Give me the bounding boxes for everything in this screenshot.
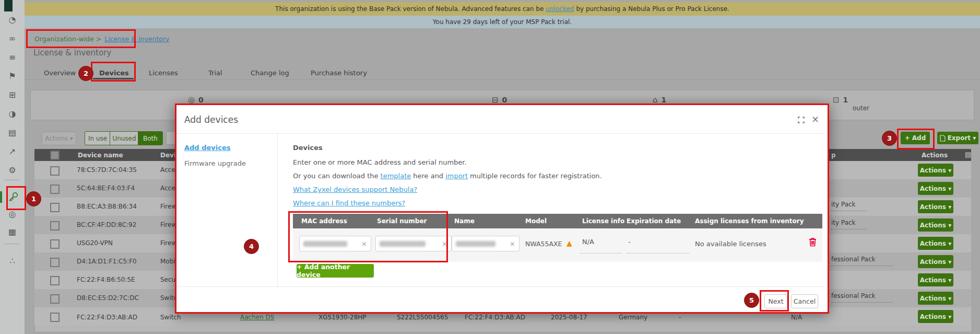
- row-actions-button[interactable]: Actions ▾: [918, 218, 953, 232]
- row-actions-button[interactable]: Actions ▾: [918, 182, 953, 195]
- export-button[interactable]: Export ▾: [937, 132, 978, 144]
- warning-icon: ▲: [566, 239, 572, 247]
- site-settings-icon[interactable]: ⚙: [0, 165, 25, 175]
- device-type-fragment: Firew: [160, 221, 176, 228]
- row-actions-button[interactable]: Actions ▾: [918, 310, 953, 323]
- map-floorplan-icon[interactable]: ⚑: [0, 71, 25, 81]
- expand-icon[interactable]: [798, 116, 805, 125]
- find-numbers-link[interactable]: Where can I find these numbers?: [293, 199, 405, 207]
- analytics-icon[interactable]: ↗: [0, 146, 25, 156]
- tabs-divider: [25, 79, 980, 80]
- device-name: 78:C5:7D:7C:04:35: [77, 166, 137, 174]
- search-input[interactable]: [166, 131, 175, 145]
- stat-value: 1: [662, 96, 667, 104]
- row-checkbox[interactable]: [50, 313, 60, 322]
- annotation-box-next-button: [760, 290, 789, 312]
- table-footer: [34, 326, 972, 332]
- dotted-underline: [831, 228, 867, 229]
- col-device-type-fragment[interactable]: Devi: [160, 152, 176, 159]
- assign-licenses-value: No available licenses: [695, 240, 766, 248]
- device-name: FC:22:F4:B6:50:5E: [77, 276, 135, 283]
- row-checkbox[interactable]: [50, 294, 60, 304]
- dotted-underline: [831, 265, 893, 266]
- device-type-fragment: Acce: [160, 166, 175, 174]
- site-link[interactable]: Aachen DS: [240, 314, 274, 321]
- modal-footer-divider: [176, 286, 824, 287]
- dotted-underline: [831, 302, 893, 303]
- row-actions-button[interactable]: Actions ▾: [918, 237, 953, 250]
- text: multiple records for faster registration…: [470, 172, 602, 180]
- msp-icon[interactable]: ∴: [0, 256, 25, 266]
- row-checkbox[interactable]: [50, 239, 60, 249]
- filter-unused[interactable]: Unused: [110, 131, 139, 145]
- col-device-name[interactable]: Device name: [78, 152, 123, 159]
- col-model: Model: [525, 217, 547, 225]
- row-actions-button[interactable]: Actions ▾: [918, 255, 953, 268]
- tab-trial[interactable]: Trial: [208, 69, 222, 77]
- devices-icon[interactable]: ≡: [0, 52, 25, 62]
- dotted-underline: [580, 252, 622, 254]
- add-another-device-button[interactable]: + Add another device: [297, 264, 374, 278]
- clients-icon[interactable]: ⊞: [0, 90, 25, 100]
- dotted-underline: [831, 210, 867, 211]
- supported-devices-link[interactable]: What Zyxel devices support Nebula?: [293, 186, 417, 193]
- help-icon[interactable]: ◎: [0, 209, 25, 219]
- nebula-screen: ◔ ∞ ≡ ⚑ ⊞ ◑ ▤ ↗ ⚙ ◎ ▦ ∴ This organizatio…: [0, 0, 980, 334]
- license-fragment: fessional Pack: [831, 292, 876, 300]
- trial-banner-text: You have 29 days left of your MSP Pack t…: [433, 18, 572, 26]
- filter-in-use[interactable]: In use: [85, 131, 111, 145]
- name-input[interactable]: ×: [452, 236, 519, 251]
- router-icon: ⊡: [833, 95, 840, 105]
- modal-instruction-1: Enter one or more MAC address and serial…: [293, 158, 467, 166]
- row-actions-button[interactable]: Actions ▾: [918, 273, 953, 286]
- topology-icon[interactable]: ∞: [0, 33, 25, 43]
- export-button-label: Export ▾: [948, 134, 976, 142]
- row-checkbox[interactable]: [50, 166, 60, 176]
- stat-value: 0: [198, 96, 204, 104]
- dashboard-icon[interactable]: ◔: [0, 15, 25, 25]
- row-checkbox[interactable]: [50, 258, 60, 267]
- tab-licenses[interactable]: Licenses: [149, 69, 178, 77]
- cancel-button[interactable]: Cancel: [791, 294, 818, 308]
- col-fragment: p: [831, 152, 836, 159]
- row-actions-button[interactable]: Actions ▾: [918, 164, 953, 177]
- tab-overview[interactable]: Overview: [44, 69, 76, 77]
- annotation-box-license-icon: [6, 186, 26, 210]
- row-checkbox[interactable]: [50, 221, 60, 231]
- import-link[interactable]: import: [445, 172, 468, 180]
- report-icon[interactable]: ▤: [0, 128, 25, 137]
- modal-nav-add-devices[interactable]: Add devices: [184, 144, 231, 152]
- organization-icon[interactable]: ▦: [0, 227, 25, 237]
- annotation-box-mac-serial: [288, 211, 448, 262]
- redacted-name-value: [456, 241, 495, 247]
- license-fragment: fessional Pack: [831, 256, 876, 263]
- template-link[interactable]: template: [381, 172, 411, 180]
- stat-value: 1: [843, 96, 848, 104]
- row-actions-button[interactable]: Actions ▾: [918, 200, 953, 213]
- delete-row-icon[interactable]: [808, 237, 817, 249]
- sidebar-divider: [5, 244, 19, 244]
- nebula-logo[interactable]: [4, 0, 13, 11]
- unlocked-link[interactable]: unlocked: [546, 5, 574, 13]
- close-icon[interactable]: ×: [811, 113, 819, 124]
- column-settings-icon[interactable]: ▤: [965, 151, 971, 158]
- clear-icon[interactable]: ×: [510, 240, 515, 248]
- row-checkbox[interactable]: [50, 185, 60, 194]
- banner-text: This organization is using the Base Pack…: [275, 5, 544, 13]
- row-checkbox[interactable]: [50, 203, 60, 212]
- summary-report-icon[interactable]: ◑: [0, 109, 25, 119]
- modal-title: Add devices: [184, 114, 238, 125]
- device-type-fragment: Secu: [160, 276, 175, 283]
- select-all-checkbox[interactable]: [50, 151, 60, 160]
- row-actions-button[interactable]: Actions ▾: [918, 292, 953, 305]
- col-expiration-date: Expiration date: [627, 217, 681, 225]
- modal-nav-firmware-upgrade[interactable]: Firmware upgrade: [184, 159, 246, 167]
- tab-change-log[interactable]: Change log: [251, 69, 289, 77]
- annotation-step-3: 3: [882, 131, 897, 146]
- annotation-step-2: 2: [78, 66, 93, 81]
- license-fragment: ity Pack: [831, 201, 856, 208]
- bulk-actions-button[interactable]: Actions ▾: [42, 132, 76, 145]
- tab-purchase-history[interactable]: Purchase history: [311, 69, 367, 77]
- filter-both[interactable]: Both: [138, 131, 163, 145]
- row-checkbox[interactable]: [50, 276, 60, 285]
